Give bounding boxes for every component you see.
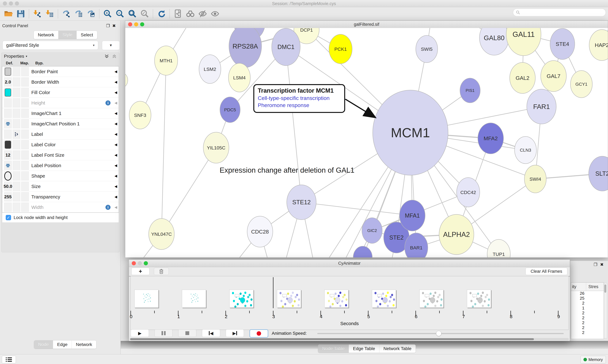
default-value-cell[interactable]: [4, 203, 12, 212]
bypass-cell[interactable]: [21, 88, 29, 97]
property-row-shape[interactable]: Shape◀: [2, 171, 119, 181]
clear-all-frames-button[interactable]: Clear All Frames: [525, 268, 567, 275]
bypass-cell[interactable]: [21, 192, 29, 201]
expand-row-icon[interactable]: ◀: [114, 174, 117, 178]
frame-thumbnail-1[interactable]: [182, 290, 206, 308]
table-row[interactable]: 2: [571, 301, 604, 306]
bypass-cell[interactable]: [21, 171, 29, 181]
play-button[interactable]: ▶: [131, 329, 149, 337]
network-edge[interactable]: [302, 202, 412, 216]
add-frame-button[interactable]: +: [131, 268, 150, 275]
pause-button[interactable]: [154, 329, 173, 337]
mapping-cell[interactable]: [13, 109, 20, 118]
mapping-cell[interactable]: [13, 67, 20, 76]
network-edge[interactable]: [286, 47, 302, 202]
default-value-cell[interactable]: [4, 67, 12, 76]
expand-row-icon[interactable]: ◀: [114, 143, 117, 147]
frame-thumbnail-7[interactable]: [467, 290, 491, 308]
zoom-fit-icon[interactable]: ❏: [127, 9, 138, 19]
skip-end-button[interactable]: ▶: [226, 329, 244, 337]
property-row-size[interactable]: 50.0Size◀: [2, 181, 119, 192]
network-node-bottom[interactable]: [353, 246, 372, 258]
record-button[interactable]: [249, 329, 268, 338]
property-row-width[interactable]: Widthi◀: [2, 202, 119, 212]
lock-size-checkbox[interactable]: ✓: [6, 215, 11, 220]
zoom-in-icon[interactable]: +: [102, 9, 113, 19]
expand-row-icon[interactable]: ◀: [114, 70, 117, 74]
import-table-icon[interactable]: [44, 9, 55, 19]
bypass-cell[interactable]: [21, 161, 29, 170]
expand-row-icon[interactable]: ◀: [114, 91, 117, 95]
mapping-cell[interactable]: [13, 171, 20, 181]
network-edge[interactable]: [162, 148, 216, 234]
network-window-titlebar[interactable]: galFiltered.sif: [125, 21, 608, 28]
default-value-cell[interactable]: [4, 109, 12, 118]
column-header-stress[interactable]: Stres: [586, 284, 604, 289]
mapping-cell[interactable]: [13, 98, 20, 107]
property-row-height[interactable]: Heighti◀: [2, 98, 119, 108]
mapping-cell[interactable]: [13, 130, 20, 139]
refresh-layout-icon[interactable]: [156, 9, 166, 19]
animation-timeline[interactable]: Seconds 0123456789: [130, 276, 568, 330]
bypass-cell[interactable]: [21, 109, 29, 118]
property-row-image-chart-1[interactable]: Image/Chart 1◀: [2, 108, 119, 118]
bypass-cell[interactable]: [21, 130, 29, 139]
network-edge[interactable]: [162, 61, 166, 234]
expand-row-icon[interactable]: ◀: [114, 111, 117, 116]
table-row[interactable]: 2: [571, 311, 604, 315]
expand-row-icon[interactable]: ◀: [114, 132, 117, 136]
mapping-cell[interactable]: [13, 151, 20, 159]
delete-frame-button[interactable]: [154, 268, 169, 275]
mapping-cell[interactable]: [13, 161, 20, 170]
property-row-label-position[interactable]: Label Position◀: [2, 160, 119, 171]
properties-header[interactable]: Properties: [4, 54, 24, 59]
save-icon[interactable]: [15, 9, 26, 19]
annotation-link-2[interactable]: Pheromone response: [258, 102, 341, 108]
close-panel-icon[interactable]: ✖: [112, 23, 118, 28]
network-node-gal80[interactable]: [479, 28, 509, 55]
tab-edge-style[interactable]: Edge: [53, 340, 72, 349]
expand-row-icon[interactable]: ◀: [114, 101, 117, 105]
tab-edge-table[interactable]: Edge Table: [349, 345, 379, 353]
expand-row-icon[interactable]: ◀: [114, 205, 117, 209]
cyanimator-titlebar[interactable]: CyAnimator: [129, 260, 570, 267]
float-panel-icon[interactable]: ❐: [106, 23, 112, 28]
tab-network[interactable]: Network: [34, 31, 58, 39]
hide-details-icon[interactable]: [197, 9, 208, 19]
tab-node-table[interactable]: Node Table: [318, 345, 349, 353]
bypass-cell[interactable]: [21, 203, 29, 212]
export-image-icon[interactable]: [86, 9, 96, 19]
mapping-cell[interactable]: [13, 182, 20, 191]
table-row[interactable]: 26: [571, 291, 604, 296]
table-row[interactable]: 2: [571, 320, 604, 325]
task-history-button[interactable]: [2, 356, 16, 363]
export-table-icon[interactable]: [73, 9, 84, 19]
info-icon[interactable]: i: [105, 100, 111, 105]
frame-thumbnail-2[interactable]: [229, 290, 253, 308]
frame-thumbnail-3[interactable]: [277, 290, 301, 308]
property-row-border-width[interactable]: 2.0Border Width◀: [2, 77, 119, 87]
default-value-cell[interactable]: [4, 140, 12, 149]
property-row-transparency[interactable]: 255Transparency◀: [2, 192, 119, 202]
tab-node-style[interactable]: Node: [34, 340, 53, 349]
frame-thumbnail-4[interactable]: [324, 290, 348, 308]
expand-row-icon[interactable]: ◀: [114, 122, 117, 126]
search-input[interactable]: [513, 9, 606, 16]
mapping-cell[interactable]: [13, 119, 20, 128]
show-details-icon[interactable]: [210, 9, 220, 19]
info-icon[interactable]: i: [105, 205, 111, 210]
timeline-scrollbar[interactable]: [129, 338, 569, 340]
bypass-cell[interactable]: [21, 67, 29, 76]
expand-row-icon[interactable]: ◀: [114, 195, 117, 199]
frame-thumbnail-0[interactable]: [134, 290, 158, 308]
frame-thumbnail-5[interactable]: [372, 290, 396, 308]
float-panel-icon[interactable]: ❐: [594, 262, 600, 267]
property-row-label[interactable]: Label◀: [2, 129, 119, 140]
close-panel-icon[interactable]: ✖: [600, 262, 607, 267]
export-network-icon[interactable]: [61, 9, 71, 19]
table-row[interactable]: 2: [571, 315, 604, 320]
bypass-cell[interactable]: [21, 182, 29, 191]
memory-button[interactable]: Memory: [580, 356, 606, 363]
zoom-selected-icon[interactable]: ✓: [139, 9, 150, 19]
property-row-label-font-size[interactable]: 12Label Font Size◀: [2, 150, 119, 160]
